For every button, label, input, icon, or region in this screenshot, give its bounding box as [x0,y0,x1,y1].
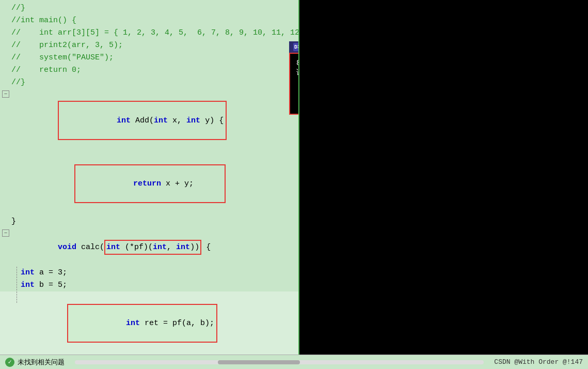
code-line-int-b: int b = 5; [0,279,298,291]
scrollbar-thumb[interactable] [218,360,299,364]
main-area: //} //int main() { // int arr[3][5] = { … [0,0,588,355]
code-line: // int arr[3][5] = { 1, 2, 3, 4, 5, 6, 7… [0,27,298,39]
code-line: //} [0,76,298,89]
terminal-overlay: D> D:\gittee\niukecom------c-language\te… [289,41,299,115]
code-line: //} [0,2,298,14]
right-panel [299,0,588,355]
code-line-int-ret: int ret = pf(a, b); [0,291,298,355]
code-line-int-a: int a = 3; [0,267,298,279]
terminal-output-2: 请按任意键继续. . . [296,68,299,78]
status-ok-icon: ✓ [5,358,14,367]
status-right-text: CSDN @With Order @!147 [494,358,583,366]
scrollbar-area[interactable] [75,360,484,364]
code-line: } [0,216,298,228]
status-bar: ✓ 未找到相关问题 CSDN @With Order @!147 [0,355,588,369]
terminal-output-1: 8 [296,59,299,68]
code-line: // system("PAUSE"); [0,52,298,64]
status-left: ✓ 未找到相关问题 [5,358,65,367]
status-text: 未找到相关问题 [18,358,65,367]
fold-marker[interactable]: − [2,90,9,98]
code-panel: //} //int main() { // int arr[3][5] = { … [0,0,299,355]
code-content: //} //int main() { // int arr[3][5] = { … [0,0,298,355]
code-line-void-calc: − void calc(int (*pf)(int, int)) { [0,228,298,267]
code-line-return: return x + y; [0,152,298,215]
terminal-icon: D> [293,43,299,51]
fold-marker-calc[interactable]: − [2,229,9,237]
code-line: // return 0; [0,64,298,76]
code-line: //int main() { [0,14,298,27]
terminal-body[interactable]: 8 请按任意键继续. . . [289,53,299,115]
code-line: // print2(arr, 3, 5); [0,39,298,52]
terminal-titlebar: D> D:\gittee\niukecom------c-language\te… [289,41,299,53]
code-line-add-function: − int Add(int x, int y) { [0,89,298,152]
